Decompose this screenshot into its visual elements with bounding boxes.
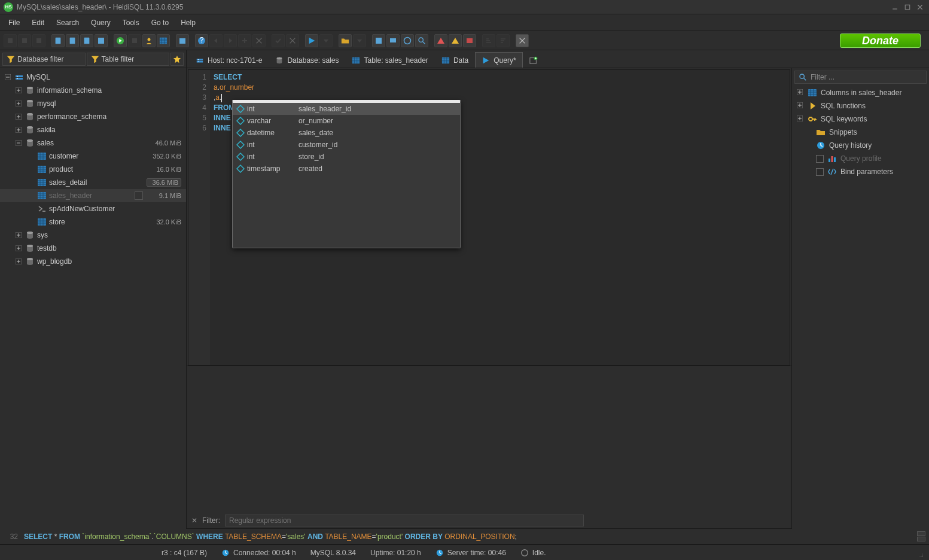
tree-item-sys[interactable]: sys xyxy=(0,229,186,242)
close-button[interactable] xyxy=(915,2,925,13)
toolbar-user[interactable] xyxy=(142,34,156,47)
tab-data[interactable]: Data xyxy=(435,52,475,68)
toolbar-warn1[interactable] xyxy=(434,34,447,47)
toolbar-execute[interactable] xyxy=(305,34,318,47)
toolbar-del[interactable] xyxy=(252,34,266,47)
toolbar-btn-8[interactable] xyxy=(128,34,141,47)
toolbar-sort-asc[interactable] xyxy=(482,34,495,47)
autocomplete-item-sales_header_id[interactable]: intsales_header_id xyxy=(233,103,460,115)
helper-bind-parameters[interactable]: Bind parameters xyxy=(794,165,927,178)
resize-grip-icon[interactable] xyxy=(915,549,923,557)
menu-query[interactable]: Query xyxy=(85,16,117,29)
toolbar-find[interactable] xyxy=(415,34,428,47)
tab-host[interactable]: Host: ncc-1701-e xyxy=(189,52,269,68)
tab-query[interactable]: Query* xyxy=(475,52,522,68)
toolbar-copy[interactable] xyxy=(51,34,65,47)
tree-item-sakila[interactable]: sakila xyxy=(0,123,186,136)
log-scroll-buttons[interactable] xyxy=(917,531,925,541)
checkbox[interactable] xyxy=(135,191,143,200)
tree-item-customer[interactable]: customer352.0 KiB xyxy=(0,150,186,163)
toolbar-commit[interactable] xyxy=(272,34,285,47)
toolbar-btn-2[interactable] xyxy=(18,34,31,47)
toolbar-warn2[interactable] xyxy=(449,34,462,47)
tree-item-sales-header[interactable]: sales_header9.1 MiB xyxy=(0,189,186,202)
expander-icon[interactable] xyxy=(14,112,23,121)
menu-edit[interactable]: Edit xyxy=(26,16,50,29)
autocomplete-popup[interactable]: intsales_header_idvarcharor_numberdateti… xyxy=(232,100,461,248)
expander-icon[interactable] xyxy=(14,86,23,95)
expander-icon[interactable] xyxy=(26,191,35,200)
expander-icon[interactable] xyxy=(797,102,804,110)
tree-item-information-schema[interactable]: information_schema xyxy=(0,84,186,97)
clear-filter-icon[interactable]: ✕ xyxy=(191,516,197,525)
autocomplete-item-sales_date[interactable]: datetimesales_date xyxy=(233,127,460,139)
tab-db[interactable]: Database: sales xyxy=(269,52,345,68)
toolbar-rollback[interactable] xyxy=(286,34,299,47)
new-query-tab[interactable] xyxy=(523,52,544,68)
tab-table[interactable]: Table: sales_header xyxy=(345,52,434,68)
toolbar-open[interactable] xyxy=(339,34,352,47)
helper-snippets[interactable]: Snippets xyxy=(794,126,927,139)
expander-icon[interactable] xyxy=(26,152,35,160)
helper-sql-keywords[interactable]: SQL keywords xyxy=(794,112,927,126)
autocomplete-item-customer_id[interactable]: intcustomer_id xyxy=(233,139,460,151)
toolbar-add[interactable] xyxy=(238,34,251,47)
menu-go-to[interactable]: Go to xyxy=(145,16,175,29)
autocomplete-item-or_number[interactable]: varcharor_number xyxy=(233,115,460,127)
donate-button[interactable]: Donate xyxy=(840,34,921,48)
helper-filter[interactable]: Filter ... xyxy=(794,71,927,84)
menu-file[interactable]: File xyxy=(2,16,26,29)
toolbar-next[interactable] xyxy=(224,34,237,47)
toolbar-monitor[interactable] xyxy=(386,34,400,47)
helper-columns-in-sales-header[interactable]: Columns in sales_header xyxy=(794,86,927,99)
object-tree[interactable]: MySQLinformation_schemamysqlperformance_… xyxy=(0,68,187,529)
toolbar-globe[interactable] xyxy=(401,34,414,47)
toolbar-paste[interactable] xyxy=(66,34,79,47)
toolbar-save[interactable] xyxy=(95,34,108,47)
tree-item-mysql[interactable]: MySQL xyxy=(0,71,186,84)
toolbar-calendar[interactable] xyxy=(176,34,189,47)
menu-search[interactable]: Search xyxy=(50,16,85,29)
tree-item-sales-detail[interactable]: sales_detail36.6 MiB xyxy=(0,176,186,189)
toolbar-btn-3[interactable] xyxy=(32,34,45,47)
toolbar-savefile[interactable] xyxy=(372,34,385,47)
toolbar-table[interactable] xyxy=(157,34,170,47)
menu-help[interactable]: Help xyxy=(175,16,202,29)
filter-input[interactable] xyxy=(225,515,584,526)
minimize-button[interactable] xyxy=(890,2,900,13)
helper-query-history[interactable]: Query history xyxy=(794,139,927,152)
expander-icon[interactable] xyxy=(14,126,23,134)
sql-editor[interactable]: 123456 SELECTa.or_number,a.FROMINNE ales… xyxy=(188,69,790,366)
tree-item-mysql[interactable]: mysql xyxy=(0,97,186,110)
helper-query-profile[interactable]: Query profile xyxy=(794,152,927,165)
expander-icon[interactable] xyxy=(26,205,35,213)
expander-icon[interactable] xyxy=(26,178,35,187)
menu-tools[interactable]: Tools xyxy=(117,16,145,29)
helper-sql-functions[interactable]: SQL functions xyxy=(794,99,927,112)
tree-item-sales[interactable]: sales46.0 MiB xyxy=(0,136,186,150)
favorites-button[interactable] xyxy=(170,53,184,66)
tree-item-performance-schema[interactable]: performance_schema xyxy=(0,110,186,123)
expander-icon[interactable] xyxy=(14,231,23,239)
toolbar-refresh[interactable] xyxy=(114,34,127,47)
checkbox[interactable] xyxy=(816,155,824,163)
toolbar-sort-desc[interactable] xyxy=(497,34,510,47)
autocomplete-item-created[interactable]: timestampcreated xyxy=(233,163,460,175)
tree-item-product[interactable]: product16.0 KiB xyxy=(0,163,186,176)
toolbar-execute-drop[interactable] xyxy=(319,34,333,47)
tree-item-wp-blogdb[interactable]: wp_blogdb xyxy=(0,255,186,268)
toolbar-open-drop[interactable] xyxy=(353,34,366,47)
tree-item-store[interactable]: store32.0 KiB xyxy=(0,215,186,229)
expander-icon[interactable] xyxy=(797,115,804,123)
toolbar-btn-1[interactable] xyxy=(4,34,17,47)
expander-icon[interactable] xyxy=(26,218,35,226)
expander-icon[interactable] xyxy=(26,165,35,174)
table-filter-button[interactable]: Table filter xyxy=(87,53,170,66)
tree-item-testdb[interactable]: testdb xyxy=(0,242,186,255)
toolbar-copy2[interactable] xyxy=(80,34,93,47)
checkbox[interactable] xyxy=(816,168,824,176)
expander-icon[interactable] xyxy=(14,99,23,108)
database-filter-button[interactable]: Database filter xyxy=(2,53,86,66)
expander-icon[interactable] xyxy=(797,89,804,97)
sql-log[interactable]: 32 SELECT * FROM `information_schema`.`C… xyxy=(0,529,929,544)
